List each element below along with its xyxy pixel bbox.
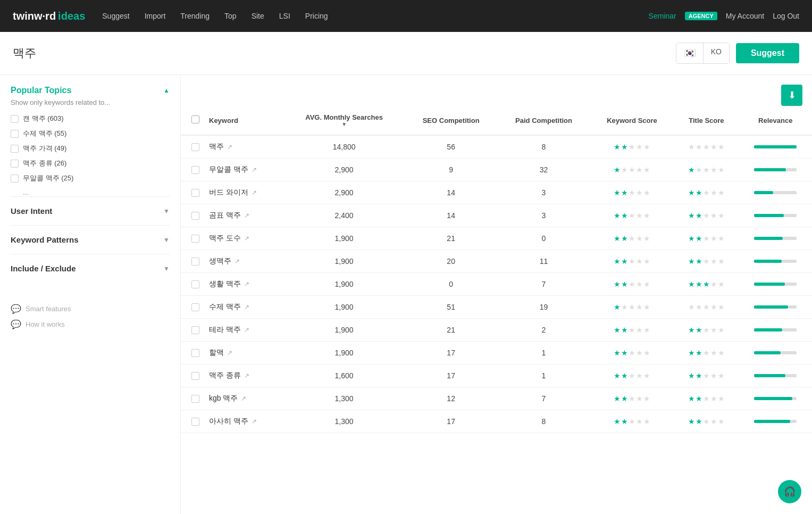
keyword-text[interactable]: 생맥주 ↗ [209,256,278,266]
topic-checkbox-1[interactable] [11,115,19,123]
topic-checkbox-2[interactable] [11,130,19,138]
support-button[interactable]: 🎧 [778,480,801,503]
row-checkbox-10[interactable] [191,372,199,380]
popular-topics-chevron[interactable]: ▲ [163,87,170,94]
row-checkbox-0[interactable] [191,143,199,151]
kw-score-cell: ★★★★★ [590,227,674,250]
col-seo[interactable]: SEO Competition [405,106,497,135]
nav-import[interactable]: Import [145,12,166,20]
external-link-icon[interactable]: ↗ [241,395,246,402]
row-checkbox-cell [181,319,205,342]
row-checkbox-cell [181,387,205,410]
select-all-checkbox[interactable] [191,115,199,123]
nav-site[interactable]: Site [252,12,264,20]
paid-cell: 8 [497,135,590,159]
suggest-button[interactable]: Suggest [736,43,799,63]
main-header: twinw·rd ideas Suggest Import Trending T… [0,0,812,32]
smart-features-icon: 💬 [11,304,21,314]
topic-item[interactable]: 맥주 종류 (26) [11,159,170,168]
keyword-text[interactable]: 수제 맥주 ↗ [209,302,278,312]
row-checkbox-3[interactable] [191,212,199,220]
search-input[interactable] [13,46,669,60]
row-checkbox-11[interactable] [191,395,199,403]
topic-item[interactable]: 캔 맥주 (603) [11,114,170,123]
external-link-icon[interactable]: ↗ [244,235,249,242]
row-checkbox-9[interactable] [191,349,199,357]
col-title-score[interactable]: Title Score [674,106,739,135]
col-paid[interactable]: Paid Competition [497,106,590,135]
external-link-icon[interactable]: ↗ [252,189,257,196]
external-link-icon[interactable]: ↗ [244,326,249,334]
row-checkbox-7[interactable] [191,303,199,311]
col-keyword[interactable]: Keyword [205,106,283,135]
keyword-text[interactable]: 버드 와이저 ↗ [209,188,278,197]
nav-pricing[interactable]: Pricing [305,12,328,20]
include-exclude-chevron: ▼ [163,265,170,272]
external-link-icon[interactable]: ↗ [244,212,249,219]
download-button[interactable]: ⬇ [781,85,802,106]
keyword-patterns-toggle[interactable]: Keyword Patterns ▼ [11,235,170,244]
keyword-text[interactable]: 무알콜 맥주 ↗ [209,165,278,175]
keyword-text[interactable]: 테라 맥주 ↗ [209,325,278,335]
external-link-icon[interactable]: ↗ [235,258,240,265]
include-exclude-toggle[interactable]: Include / Exclude ▼ [11,264,170,273]
row-checkbox-2[interactable] [191,189,199,197]
avg-searches-cell: 14,800 [283,135,405,159]
table-row: 무알콜 맥주 ↗ 2,900 9 32 ★★★★★ ★★★★★ [181,159,812,181]
external-link-icon[interactable]: ↗ [244,303,249,311]
my-account-link[interactable]: My Account [726,12,764,20]
row-checkbox-5[interactable] [191,258,199,266]
keyword-text[interactable]: 아사히 맥주 ↗ [209,417,278,426]
keyword-cell: 맥주 도수 ↗ [205,227,283,250]
nav-lsi[interactable]: LSI [279,12,290,20]
nav-trending[interactable]: Trending [180,12,210,20]
external-link-icon[interactable]: ↗ [244,372,249,379]
seo-value: 14 [447,188,455,197]
avg-searches-cell: 2,400 [283,204,405,227]
user-intent-toggle[interactable]: User Intent ▼ [11,206,170,215]
logo[interactable]: twinw·rd ideas [13,10,85,22]
smart-features-link[interactable]: 💬 Smart features [11,304,170,314]
topic-checkbox-5[interactable] [11,175,19,183]
keyword-text[interactable]: 맥주 ↗ [209,142,278,152]
col-avg-monthly[interactable]: AVG. Monthly Searches ▼ [283,106,405,135]
external-link-icon[interactable]: ↗ [244,280,249,288]
external-link-icon[interactable]: ↗ [252,166,257,173]
col-relevance[interactable]: Relevance [739,106,812,135]
external-link-icon[interactable]: ↗ [252,418,257,425]
search-bar: 🇰🇷 KO Suggest [0,32,812,75]
how-it-works-label: How it works [26,320,65,328]
topic-item[interactable]: 수제 맥주 (55) [11,129,170,138]
topic-checkbox-3[interactable] [11,145,19,153]
row-checkbox-cell [181,364,205,387]
seminar-link[interactable]: Seminar [649,12,676,20]
keyword-text[interactable]: 생활 맥주 ↗ [209,279,278,289]
paid-value: 8 [542,417,546,426]
keyword-text[interactable]: kgb 맥주 ↗ [209,394,278,403]
topic-item[interactable]: 맥주 가격 (49) [11,144,170,153]
paid-cell: 8 [497,410,590,433]
row-checkbox-8[interactable] [191,326,199,334]
logout-link[interactable]: Log Out [773,12,799,20]
language-code[interactable]: KO [704,43,729,63]
nav-suggest[interactable]: Suggest [102,12,129,20]
keyword-text[interactable]: 곰표 맥주 ↗ [209,211,278,220]
external-link-icon[interactable]: ↗ [227,143,232,151]
row-checkbox-1[interactable] [191,166,199,174]
topic-checkbox-4[interactable] [11,160,19,168]
row-checkbox-4[interactable] [191,235,199,243]
popular-topics-subtitle: Show only keywords related to... [11,98,170,106]
paid-cell: 3 [497,181,590,204]
language-flag[interactable]: 🇰🇷 [676,43,704,63]
how-it-works-link[interactable]: 💬 How it works [11,319,170,329]
row-checkbox-12[interactable] [191,418,199,426]
keyword-text[interactable]: 맥주 도수 ↗ [209,234,278,243]
external-link-icon[interactable]: ↗ [227,349,232,357]
keyword-text[interactable]: 할맥 ↗ [209,348,278,358]
nav-top[interactable]: Top [224,12,237,20]
col-kw-score[interactable]: Keyword Score [590,106,674,135]
title-score-cell: ★★★★★ [674,319,739,342]
keyword-text[interactable]: 맥주 종류 ↗ [209,371,278,380]
row-checkbox-6[interactable] [191,280,199,288]
topic-item[interactable]: 무알콜 맥주 (25) [11,173,170,183]
